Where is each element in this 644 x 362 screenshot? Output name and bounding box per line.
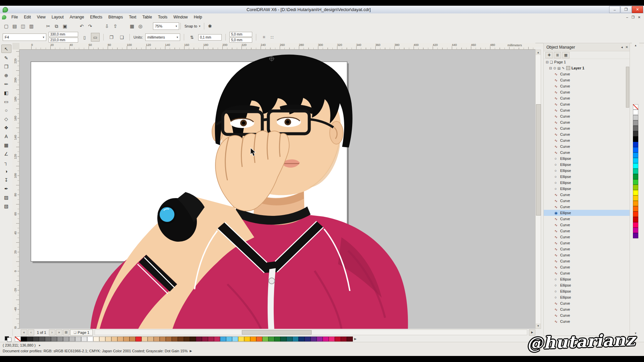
scroll-down-icon[interactable]: ▼ (536, 323, 541, 328)
print-button[interactable]: ▥ (27, 22, 36, 30)
duplicate-x-field[interactable]: 5,0 mm (229, 32, 252, 37)
docker-close-icon[interactable]: ✕ (626, 45, 628, 49)
color-swatch[interactable] (99, 337, 105, 342)
status-more-icon[interactable]: ▶ (190, 349, 192, 353)
object-row[interactable]: ◉ Ellipse (544, 210, 630, 216)
color-swatch[interactable] (347, 337, 353, 342)
color-swatch[interactable] (27, 337, 33, 342)
color-swatch[interactable] (292, 337, 299, 342)
ellipse-tool[interactable]: ○ (2, 106, 11, 114)
corel-connect-button[interactable]: ◎ (136, 22, 145, 30)
color-swatch[interactable] (148, 337, 154, 342)
color-swatch[interactable] (190, 337, 196, 342)
object-row[interactable]: ∿ Curve (544, 246, 630, 252)
color-swatch[interactable] (178, 337, 184, 342)
color-swatch[interactable] (33, 337, 39, 342)
object-row[interactable]: ∿ Curve (544, 83, 630, 89)
color-swatch[interactable] (633, 136, 638, 142)
page-size-preset-combo[interactable]: F4 ▾ (3, 34, 46, 41)
object-row[interactable]: ∿ Curve (544, 306, 630, 312)
object-row[interactable]: ∿ Curve (544, 77, 630, 83)
scroll-up-icon[interactable]: ▲ (536, 50, 541, 55)
color-swatch[interactable] (311, 337, 317, 342)
color-swatch[interactable] (633, 206, 638, 212)
canvas-horizontal-scrollbar[interactable] (95, 329, 527, 335)
menu-item[interactable]: Table (139, 14, 155, 20)
basic-shapes-tool[interactable]: ❖ (2, 124, 11, 131)
restore-button[interactable]: ❐ (621, 6, 632, 13)
color-swatch[interactable] (172, 337, 178, 342)
separator[interactable] (145, 22, 153, 30)
object-row[interactable]: ○ Ellipse (544, 288, 630, 294)
drawing-canvas[interactable] (19, 50, 535, 329)
duplicate-y-field[interactable]: 5,0 mm (229, 38, 252, 43)
polygon-tool[interactable]: ◇ (2, 115, 11, 123)
table-tool[interactable]: ▦ (2, 141, 11, 149)
no-color-swatch[interactable] (633, 104, 638, 110)
show-properties-button[interactable]: ▦ (562, 52, 570, 58)
horizontal-ruler[interactable]: 0204060801001201401601802002202402602803… (19, 43, 535, 50)
doc-close-icon[interactable]: ✕ (638, 15, 641, 19)
zoom-tool[interactable]: ⊕ (2, 71, 11, 79)
color-swatch[interactable] (184, 337, 190, 342)
blend-tool[interactable]: ◑ (2, 167, 11, 175)
color-swatch[interactable] (299, 337, 305, 342)
eyedropper-tool[interactable]: ↧ (2, 176, 11, 184)
new-layer-button[interactable]: ✚ (545, 52, 553, 58)
connector-tool[interactable]: ┐ (2, 159, 11, 166)
page-height-field[interactable]: 210,0 mm (49, 38, 78, 43)
color-swatch[interactable] (256, 337, 262, 342)
object-row[interactable]: ∿ Curve (544, 270, 630, 276)
freehand-tool[interactable]: ✏ (2, 80, 11, 88)
object-row[interactable]: ∿ Curve (544, 234, 630, 240)
object-row[interactable]: ∿ Curve (544, 252, 630, 258)
color-swatch[interactable] (250, 337, 256, 342)
dimension-tool[interactable]: ∠ (2, 150, 11, 158)
color-swatch[interactable] (633, 131, 638, 136)
color-swatch[interactable] (45, 337, 51, 342)
object-row[interactable]: ○ Ellipse (544, 294, 630, 300)
menu-item[interactable]: Window (170, 14, 191, 20)
fill-tool[interactable]: ▨ (2, 193, 11, 201)
color-swatch[interactable] (633, 110, 638, 115)
object-row[interactable]: ∿ Curve (544, 89, 630, 95)
color-swatch[interactable] (633, 179, 638, 185)
color-swatch[interactable] (633, 185, 638, 190)
object-row[interactable]: ∿ Curve (544, 131, 630, 137)
options-button[interactable]: ✱ (206, 22, 214, 30)
current-page-button[interactable]: ❑ (118, 33, 126, 41)
zoom-level-combo[interactable]: 75% ▾ (153, 22, 179, 30)
color-swatch[interactable] (69, 337, 75, 342)
treat-as-filled-button[interactable]: ∷ (268, 33, 276, 41)
no-color-swatch[interactable] (15, 337, 21, 342)
menu-item[interactable]: Layout (49, 14, 67, 20)
color-swatch[interactable] (87, 337, 93, 342)
menu-item[interactable]: File (8, 14, 21, 20)
object-row[interactable]: ○ Ellipse (544, 282, 630, 288)
color-swatch[interactable] (166, 337, 172, 342)
layer-color-chip[interactable] (566, 66, 570, 70)
color-swatch[interactable] (160, 337, 166, 342)
color-swatch[interactable] (232, 337, 238, 342)
color-swatch[interactable] (305, 337, 311, 342)
import-button[interactable]: ⇩ (103, 22, 111, 30)
interactive-fill-tool[interactable]: ▧ (2, 202, 11, 210)
object-row[interactable]: ∿ Curve (544, 264, 630, 270)
editable-pencil-icon[interactable]: ✎ (562, 66, 565, 70)
ruler-origin-corner[interactable] (12, 43, 20, 50)
color-swatch[interactable] (220, 337, 226, 342)
snap-to-dropdown[interactable]: Snap to ▾ (182, 22, 203, 30)
color-swatch[interactable] (136, 337, 142, 342)
object-row[interactable]: ∿ Curve (544, 198, 630, 204)
export-button[interactable]: ⇧ (111, 22, 119, 30)
cut-button[interactable]: ✂ (44, 22, 52, 30)
color-swatch[interactable] (633, 195, 638, 201)
color-swatch[interactable] (317, 337, 323, 342)
menu-item[interactable]: View (34, 14, 49, 20)
color-swatch[interactable] (335, 337, 341, 342)
color-swatch[interactable] (208, 337, 214, 342)
object-row[interactable]: ○ Ellipse (544, 156, 630, 162)
page-width-field[interactable]: 330,0 mm (49, 32, 78, 37)
save-button[interactable]: ◫ (19, 22, 27, 30)
first-page-button[interactable]: « (21, 329, 27, 336)
